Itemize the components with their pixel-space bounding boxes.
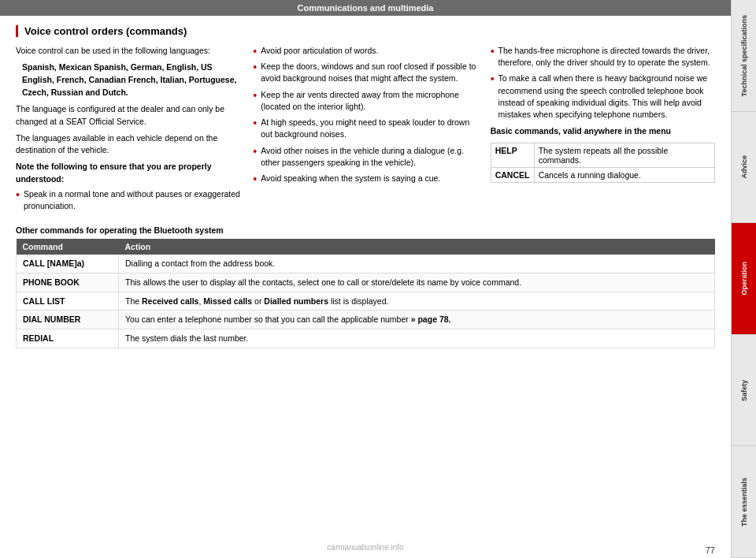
table-row: CALL LISTThe Received calls, Missed call… <box>17 292 715 311</box>
bullet-speeds-text: At high speeds, you might need to speak … <box>261 117 477 140</box>
bullet-vents-text: Keep the air vents directed away from th… <box>261 89 477 113</box>
bullet-dot-5: • <box>253 117 257 140</box>
bullet-speak-text: Speak in a normal tone and without pause… <box>24 188 240 212</box>
col-right: • The hands-free microphone is directed … <box>491 45 715 216</box>
col-header-command: Command <box>17 239 119 255</box>
bullet-speak: • Speak in a normal tone and without pau… <box>16 188 240 212</box>
content-area: Voice control orders (commands) Voice co… <box>0 16 731 544</box>
bullet-articulation-text: Avoid poor articulation of words. <box>261 45 378 57</box>
para2: The languages available in each vehicle … <box>16 132 240 156</box>
table-row: PHONE BOOKThis allows the user to displa… <box>17 273 715 292</box>
cancel-row: CANCEL Cancels a running dialogue. <box>491 167 714 182</box>
action-cell: You can enter a telephone number so that… <box>119 311 715 329</box>
help-table: HELP The system repeats all the possible… <box>491 143 715 183</box>
header-title: Communications and multimedia <box>298 3 434 13</box>
para1: The language is configured at the dealer… <box>16 103 240 127</box>
sidebar-label: Operation <box>740 262 748 296</box>
help-row: HELP The system repeats all the possible… <box>491 143 714 167</box>
bullet-noises: • Avoid other noises in the vehicle duri… <box>253 145 477 169</box>
bullet-doors: • Keep the doors, windows and sun roof c… <box>253 61 477 84</box>
sidebar-item-operation[interactable]: Operation <box>732 223 756 335</box>
command-cell: REDIAL <box>17 329 119 348</box>
bullet-doors-text: Keep the doors, windows and sun roof clo… <box>261 61 477 84</box>
other-commands-section: Other commands for operating the Bluetoo… <box>16 225 715 348</box>
col-left: Voice control can be used in the followi… <box>16 45 240 216</box>
action-cell: Dialling a contact from the address book… <box>119 255 715 273</box>
cancel-label: CANCEL <box>491 167 534 182</box>
command-cell: DIAL NUMBER <box>17 311 119 329</box>
bullet-microphone-text: The hands-free microphone is directed to… <box>498 45 715 69</box>
other-commands-title: Other commands for operating the Bluetoo… <box>16 225 715 235</box>
command-cell: PHONE BOOK <box>17 273 119 292</box>
bullet-speeds: • At high speeds, you might need to spea… <box>253 117 477 140</box>
header-bar: Communications and multimedia <box>0 0 731 16</box>
sidebar-label: Technical specifications <box>740 15 748 96</box>
table-row: REDIALThe system dials the last number. <box>17 329 715 348</box>
main-content: Communications and multimedia Voice cont… <box>0 0 731 558</box>
bullet-speaking: • Avoid speaking when the system is sayi… <box>253 173 477 184</box>
bullet-noises-text: Avoid other noises in the vehicle during… <box>261 145 477 169</box>
commands-table: Command Action CALL [NAME]a)Dialling a c… <box>16 239 715 348</box>
sidebar-item-safety[interactable]: Safety <box>732 335 756 447</box>
action-cell: The system dials the last number. <box>119 329 715 348</box>
bullet-dot-2: • <box>253 46 257 57</box>
action-cell: The Received calls, Missed calls or Dial… <box>119 292 715 311</box>
bullet-dot-4: • <box>253 90 257 113</box>
table-header-row: Command Action <box>17 239 715 255</box>
sidebar-item-the-essentials[interactable]: The essentials <box>732 446 756 558</box>
page-number: 77 <box>706 545 715 555</box>
bullet-dot-1: • <box>16 189 20 212</box>
sidebar-label: The essentials <box>740 478 748 526</box>
cancel-desc: Cancels a running dialogue. <box>534 167 714 182</box>
sidebar: Technical specificationsAdviceOperationS… <box>731 0 756 558</box>
bullet-vents: • Keep the air vents directed away from … <box>253 89 477 113</box>
bullet-speaking-text: Avoid speaking when the system is saying… <box>261 173 440 184</box>
col-mid: • Avoid poor articulation of words. • Ke… <box>253 45 477 216</box>
help-desc: The system repeats all the possible comm… <box>534 143 714 167</box>
command-cell: CALL LIST <box>17 292 119 311</box>
command-cell: CALL [NAME]a) <box>17 255 119 273</box>
sidebar-item-advice[interactable]: Advice <box>732 112 756 224</box>
bullet-dot-7: • <box>253 173 257 184</box>
table-row: CALL [NAME]a)Dialling a contact from the… <box>17 255 715 273</box>
basic-commands-title: Basic commands, valid anywhere in the me… <box>491 125 715 137</box>
note-bold: Note the following to ensure that you ar… <box>16 161 240 184</box>
section-title: Voice control orders (commands) <box>16 25 715 37</box>
sidebar-item-technical-specifications[interactable]: Technical specifications <box>732 0 756 112</box>
languages-list: Spanish, Mexican Spanish, German, Englis… <box>22 61 240 99</box>
bullet-articulation: • Avoid poor articulation of words. <box>253 45 477 57</box>
sidebar-label: Safety <box>740 380 748 401</box>
table-row: DIAL NUMBERYou can enter a telephone num… <box>17 311 715 329</box>
col-header-action: Action <box>119 239 715 255</box>
sidebar-label: Advice <box>740 155 748 179</box>
intro-text: Voice control can be used in the followi… <box>16 45 240 57</box>
bullet-call-text: To make a call when there is heavy backg… <box>498 73 715 121</box>
bullet-call: • To make a call when there is heavy bac… <box>491 73 715 121</box>
bullet-dot-9: • <box>491 73 495 121</box>
help-label: HELP <box>491 143 534 167</box>
watermark: carmanualsonline.info <box>327 543 403 552</box>
bullet-dot-8: • <box>491 46 495 69</box>
bullet-dot-6: • <box>253 146 257 169</box>
three-col-layout: Voice control can be used in the followi… <box>16 45 715 216</box>
action-cell: This allows the user to display all the … <box>119 273 715 292</box>
bullet-dot-3: • <box>253 61 257 84</box>
bullet-microphone: • The hands-free microphone is directed … <box>491 45 715 69</box>
